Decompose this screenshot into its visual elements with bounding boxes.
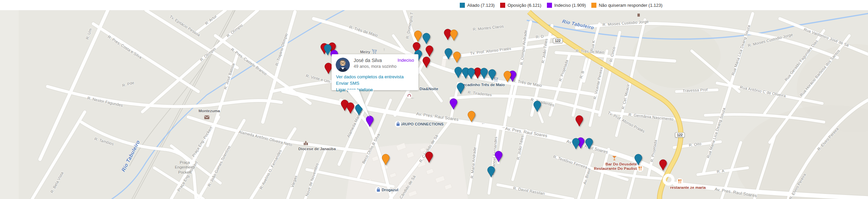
legend-label: Indeciso (1.909) [554, 3, 586, 8]
place-label: Bar Do Deusdete [606, 162, 637, 166]
status-badge: Indeciso [398, 58, 414, 63]
legend-swatch-nao_responder-icon [591, 3, 596, 8]
legend-label: Oposição (6.121) [508, 3, 541, 8]
legend-swatch-indeciso-icon [547, 3, 552, 8]
cart-icon[interactable] [372, 49, 377, 54]
envelope-icon[interactable] [204, 115, 210, 119]
road-arrow-icon: ← [481, 120, 486, 125]
map-pin-aliado[interactable] [585, 138, 593, 149]
area-label: Praça Engenheiro Pockert [175, 160, 195, 175]
map-pin-aliado[interactable] [480, 68, 488, 79]
place-label: Mercadinho Três de Maio [458, 83, 505, 87]
place-label: restarante ze maria [670, 185, 706, 190]
link-enviar-sms[interactable]: Enviar SMS [336, 80, 414, 86]
cocktail-icon[interactable] [612, 155, 617, 161]
map-pin-oposicao[interactable] [659, 159, 667, 171]
avatar [336, 58, 350, 72]
map-pin-nao_responder[interactable] [414, 31, 422, 42]
place-label: Diocese de Janaúba [298, 147, 336, 151]
bag-icon[interactable] [395, 121, 401, 127]
bag-icon[interactable] [375, 186, 382, 193]
map-pin-oposicao[interactable] [575, 115, 583, 126]
map-pin-oposicao[interactable] [425, 152, 433, 163]
legend-item-nao_responder[interactable]: Não quiseram responder (1.123) [591, 3, 663, 8]
highway-shield: 122 [553, 38, 563, 43]
place-label: Drogazul [381, 188, 398, 192]
map-pin-nao_responder[interactable] [453, 52, 461, 63]
street-label: R. D [536, 34, 544, 39]
map-pin-aliado[interactable] [533, 101, 541, 112]
map-pin-aliado[interactable] [454, 67, 462, 78]
map-canvas[interactable]: R. UmR. Pres. Costa e SilvaTv. Epitácio … [0, 10, 868, 199]
place-label: Restaurante Do Paulista [594, 166, 639, 171]
map-pin-aliado[interactable] [457, 83, 465, 94]
map-base-tiles [0, 10, 868, 199]
map-pin-aliado[interactable] [422, 33, 430, 44]
map-pin-aliado[interactable] [445, 48, 452, 59]
map-pin-aliado[interactable] [488, 69, 496, 80]
place-label: Montezuma [198, 109, 220, 113]
map-pin-aliado[interactable] [487, 166, 495, 177]
map-pin-indeciso[interactable] [450, 98, 457, 110]
map-pin-oposicao[interactable] [426, 45, 433, 57]
legend-swatch-oposicao-icon [500, 3, 505, 8]
popup-stem [342, 89, 371, 118]
legend-bar: Aliado (7.123)Oposição (6.121)Indeciso (… [0, 0, 868, 10]
place-label: Meiry [360, 50, 370, 54]
map-pin-indeciso[interactable] [495, 151, 502, 162]
legend-label: Aliado (7.123) [467, 3, 495, 8]
legend-swatch-aliado-icon [460, 3, 465, 8]
legend-label: Não quiseram responder (1.123) [599, 3, 663, 8]
fork-icon[interactable] [676, 178, 683, 185]
map-pin-nao_responder[interactable] [382, 154, 390, 165]
map-pin-oposicao[interactable] [324, 63, 332, 74]
legend-item-oposicao[interactable]: Oposição (6.121) [500, 3, 541, 8]
map-pin-aliado[interactable] [634, 154, 642, 165]
highway-shield: 122 [675, 133, 685, 138]
church-icon[interactable] [303, 141, 309, 145]
map-pin-oposicao[interactable] [422, 57, 430, 68]
road-arrow-icon: ↑ [383, 47, 386, 52]
fork-icon[interactable] [637, 165, 644, 172]
legend-items: Aliado (7.123)Oposição (6.121)Indeciso (… [460, 0, 663, 10]
map-pin-nao_responder[interactable] [504, 71, 511, 82]
interview-popup: José da Silva 49 anos, mora sozinho Inde… [332, 54, 418, 90]
map-pin-nao_responder[interactable] [468, 111, 475, 122]
link-ver-dados[interactable]: Ver dados completos da entrevista [336, 74, 414, 80]
map-pin-aliado[interactable] [467, 68, 475, 79]
map-pin-nao_responder[interactable] [450, 29, 458, 41]
legend-item-indeciso[interactable]: Indeciso (1.909) [547, 3, 586, 8]
map-pin-aliado[interactable] [572, 138, 580, 149]
legend-item-aliado[interactable]: Aliado (7.123) [460, 3, 495, 8]
road-arrow-icon: → [501, 124, 506, 130]
place-label: GRUPO CONNECTIONS [399, 122, 443, 126]
interviewee-details: 49 anos, mora sozinho [354, 64, 414, 69]
